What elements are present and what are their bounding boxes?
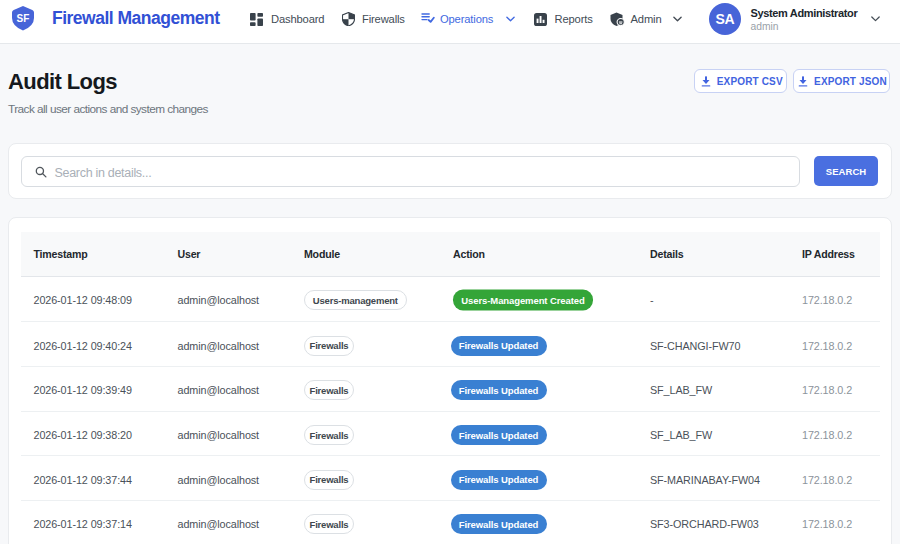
svg-text:SF: SF [16, 13, 29, 24]
